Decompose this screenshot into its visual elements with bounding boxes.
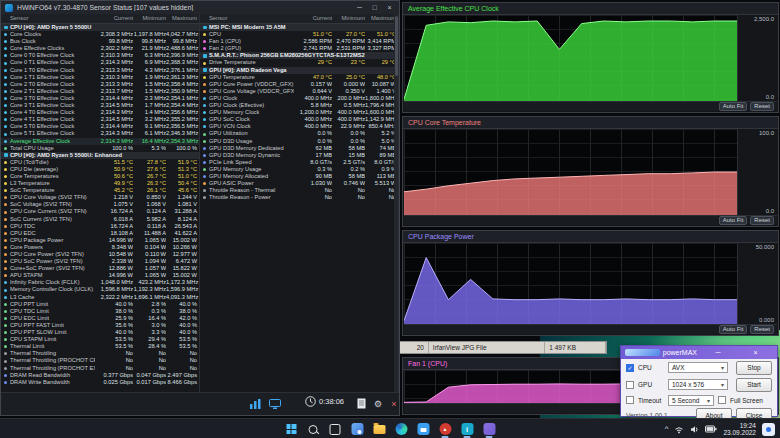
- sensor-row[interactable]: Core 4 T0 Effective Clock2,314.3 MHz1.4 …: [1, 109, 199, 116]
- sensor-row[interactable]: GPU VCN Clock400.0 MHz22.9 MHz850.4 MHz: [200, 123, 398, 130]
- reset-button[interactable]: Reset: [750, 102, 774, 111]
- tray-clock[interactable]: 19:24 23.09.2022: [723, 422, 756, 437]
- column-header[interactable]: Sensor Current Minimum Maximum: [200, 14, 398, 24]
- sensor-row[interactable]: CPU Package Power14.996 W1.065 W15.002 W: [1, 237, 199, 244]
- graph-window-average-effective-cpu-clock[interactable]: Average Effective CPU Clock 2,500.0 0.0 …: [402, 2, 779, 113]
- powermax-button[interactable]: [481, 421, 498, 437]
- sensor-row[interactable]: Core 3 T1 Effective Clock2,314.5 MHz1.7 …: [1, 102, 199, 109]
- close-button[interactable]: ×: [738, 349, 773, 356]
- sensor-row[interactable]: GPU Memory Clock1,200.0 MHz400.0 MHz1,60…: [200, 109, 398, 116]
- auto-fit-button[interactable]: Auto Fit: [719, 216, 748, 225]
- hwinfo-button[interactable]: i: [459, 421, 476, 437]
- fullscreen-checkbox[interactable]: [718, 396, 726, 404]
- graph-window-cpu-package-power[interactable]: CPU Package Power 50.000 0.000 Auto Fit …: [402, 230, 779, 336]
- graph-window-cpu-core-temperature[interactable]: CPU Core Temperature 100.0 0.0 Auto Fit …: [402, 116, 779, 227]
- sensor-row[interactable]: Fan 1 (CPU)2,586 RPM2,470 RPM3,414 RPM: [200, 38, 398, 45]
- sensor-row[interactable]: GPU Clock400.0 MHz200.0 MHz1,800.0 MHz: [200, 95, 398, 102]
- report-button[interactable]: [353, 396, 369, 411]
- sensor-row[interactable]: CPU TDC Limit38.0 %0.3 %38.0 %: [1, 308, 199, 315]
- sensor-row[interactable]: GPU Core Voltage (VDDCR_GFX)0.644 V0.350…: [200, 88, 398, 95]
- sensor-row[interactable]: DRAM Write Bandwidth0.025 Gbps0.017 Gbps…: [1, 379, 199, 386]
- sensor-row[interactable]: Throttle Reason - PowerNoNoNo: [200, 194, 398, 201]
- sensor-row[interactable]: Core 1 T0 Effective Clock2,313.3 MHz4.3 …: [1, 67, 199, 74]
- sensor-row[interactable]: GPU Memory Usage0.3 %0.2 %0.9 %: [200, 166, 398, 173]
- volume-icon[interactable]: [690, 425, 699, 434]
- settings-button[interactable]: ⚙: [370, 396, 386, 411]
- gpu-checkbox[interactable]: [626, 381, 634, 389]
- sensor-row[interactable]: Core 5 T0 Effective Clock2,314.4 MHz9.1 …: [1, 123, 199, 130]
- scrollbar[interactable]: [394, 14, 398, 393]
- store-button[interactable]: [415, 421, 432, 437]
- cpu-stop-button[interactable]: Stop: [736, 361, 772, 375]
- sensor-row[interactable]: GPU SoC Clock400.0 MHz400.0 MHz1,142.9 M…: [200, 116, 398, 123]
- widgets-button[interactable]: [349, 421, 366, 437]
- sensor-row[interactable]: Core 0 T1 Effective Clock2,314.3 MHz6.9 …: [1, 59, 199, 66]
- battery-icon[interactable]: [705, 425, 717, 433]
- cpu-mode-select[interactable]: AVX▾: [668, 362, 728, 373]
- sensor-row[interactable]: CPU STAPM Limit53.5 %29.4 %53.5 %: [1, 336, 199, 343]
- col-current[interactable]: Current: [95, 14, 133, 23]
- sensor-row[interactable]: Core 2 T0 Effective Clock2,313.3 MHz1.5 …: [1, 81, 199, 88]
- irfanview-button[interactable]: ▲: [437, 421, 454, 437]
- auto-fit-button[interactable]: Auto Fit: [719, 325, 748, 334]
- sensor-row[interactable]: Core 5 T1 Effective Clock2,314.3 MHz6.1 …: [1, 130, 199, 137]
- logging-button[interactable]: [267, 396, 283, 411]
- wifi-icon[interactable]: [674, 425, 684, 434]
- close-sensors-button[interactable]: ×: [386, 396, 402, 411]
- sensor-row[interactable]: CPU EDC18.108 A11.488 A41.622 A: [1, 230, 199, 237]
- sensor-row[interactable]: GPU D3D Memory Dynamic17 MB15 MB89 MB: [200, 152, 398, 159]
- sensor-row[interactable]: SoC Voltage (SVI2 TFN)1.075 V1.068 V1.08…: [1, 201, 199, 208]
- sensor-row[interactable]: Thermal Throttling (PROCHOT CPU)NoNoNo: [1, 357, 199, 364]
- sensor-row[interactable]: CPU TDC16.724 A0.118 A26.543 A: [1, 223, 199, 230]
- minimize-button[interactable]: ─: [701, 349, 736, 356]
- sensor-row[interactable]: Memory Controller Clock (UCLK)1,596.8 MH…: [1, 286, 199, 293]
- cpu-checkbox[interactable]: ✓: [626, 364, 634, 372]
- task-view-button[interactable]: [327, 421, 344, 437]
- graph-titlebar[interactable]: CPU Package Power: [403, 231, 778, 243]
- col-minimum[interactable]: Minimum: [133, 14, 166, 23]
- edge-browser-button[interactable]: [393, 421, 410, 437]
- auto-fit-button[interactable]: Auto Fit: [719, 102, 748, 111]
- sensor-row[interactable]: Infinity Fabric Clock (FCLK)1,048.0 MHz4…: [1, 279, 199, 286]
- sensor-group-header[interactable]: GPU [#0]: AMD Radeon Vega: [200, 67, 398, 74]
- timeout-select[interactable]: 5 Second▾: [668, 395, 714, 406]
- sensor-row[interactable]: L3 Temperature49.9 °C26.3 °C50.4 °C: [1, 180, 199, 187]
- sensor-row[interactable]: GPU D3D Usage0.0 %0.0 %5.0 %: [200, 138, 398, 145]
- sensor-row[interactable]: CPU Die (average)50.9 °C27.6 °C51.3 °C: [1, 166, 199, 173]
- sensor-graphs-button[interactable]: [247, 396, 263, 411]
- sensor-row[interactable]: Core Temperatures50.6 °C26.7 °C51.0 °C: [1, 173, 199, 180]
- sensor-row[interactable]: L3 Cache2,322.2 MHz1,696.1 MHz4,091.3 MH…: [1, 294, 199, 301]
- sensor-row[interactable]: CPU Core Current (SVI2 TFN)16.724 A0.124…: [1, 208, 199, 215]
- hwinfo-titlebar[interactable]: HWiNFO64 v7.30-4870 Sensor Status [107 v…: [1, 1, 399, 15]
- sensor-row[interactable]: GPU D3D Memory Dedicated62 MB58 MB74 MB: [200, 145, 398, 152]
- file-explorer-button[interactable]: [371, 421, 388, 437]
- sensor-row[interactable]: Drive Temperature29 °C23 °C29 °C: [200, 59, 398, 66]
- sensor-row[interactable]: CPU Core Voltage (SVI2 TFN)1.218 V0.850 …: [1, 194, 199, 201]
- sensor-row[interactable]: DRAM Read Bandwidth0.377 Gbps0.047 Gbps2…: [1, 372, 199, 379]
- sensor-row[interactable]: Thermal Throttling (PROCHOT EXT)NoNoNo: [1, 365, 199, 372]
- notifications-icon[interactable]: [762, 423, 775, 436]
- sensor-row[interactable]: Fan 2 (GPU)2,741 RPM2,531 RPM3,327 RPM: [200, 45, 398, 52]
- sensor-row[interactable]: Total CPU Usage100.0 %5.3 %100.0 %: [1, 145, 199, 152]
- sensor-row[interactable]: GPU Temperature47.0 °C25.0 °C48.0 °C: [200, 74, 398, 81]
- sensor-row[interactable]: Core Effective Clocks2,302.2 MHz21.9 MHz…: [1, 45, 199, 52]
- sensor-row[interactable]: Core 3 T0 Effective Clock2,314.4 MHz2.3 …: [1, 95, 199, 102]
- sensor-row[interactable]: Core 2 T1 Effective Clock2,313.7 MHz1.5 …: [1, 88, 199, 95]
- sensor-row[interactable]: Core 1 T1 Effective Clock2,310.3 MHz1.9 …: [1, 74, 199, 81]
- start-button[interactable]: [283, 421, 300, 437]
- sensor-row[interactable]: CPU EDC Limit25.9 %16.4 %42.0 %: [1, 315, 199, 322]
- sensor-row[interactable]: Thermal Limit53.5 %28.4 %53.5 %: [1, 343, 199, 350]
- sensor-row[interactable]: CPU SoC Power (SVI2 TFN)2.338 W1.094 W6.…: [1, 258, 199, 265]
- reset-button[interactable]: Reset: [750, 216, 774, 225]
- graph-titlebar[interactable]: CPU Core Temperature: [403, 117, 778, 129]
- col-sensor[interactable]: Sensor: [200, 14, 294, 23]
- sensor-row[interactable]: PCIe Link Speed8.0 GT/s2.5 GT/s8.0 GT/s: [200, 159, 398, 166]
- sensor-row[interactable]: Average Effective Clock2,314.3 MHz16.4 M…: [1, 138, 199, 145]
- graph-titlebar[interactable]: Average Effective CPU Clock: [403, 3, 778, 15]
- maximize-button[interactable]: □: [369, 2, 380, 13]
- col-sensor[interactable]: Sensor: [1, 14, 95, 23]
- sensor-group-header[interactable]: CPU [#0]: AMD Ryzen 5 5500U: [1, 24, 199, 31]
- sensor-row[interactable]: Thermal ThrottlingNoNoNo: [1, 350, 199, 357]
- sensor-row[interactable]: CPU (Tctl/Tdie)51.5 °C27.8 °C51.9 °C: [1, 159, 199, 166]
- sensor-row[interactable]: GPU Core Power (VDDCR_GFX)0.157 W0.000 W…: [200, 81, 398, 88]
